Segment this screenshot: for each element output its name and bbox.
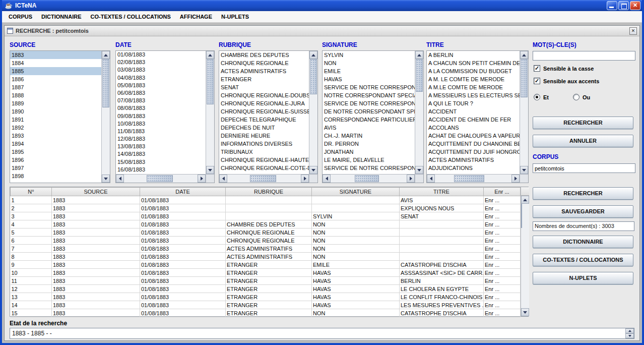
list-item[interactable]: 12/08/1883 <box>116 135 206 143</box>
date-horizontal-scrollbar[interactable] <box>116 174 206 183</box>
menu-item-dictionnaire[interactable]: DICTIONNAIRE <box>37 14 86 20</box>
list-item[interactable]: 1889 <box>10 99 101 107</box>
signature-list[interactable]: SYLVINNONEMILEHAVASSERVICE DE NOTRE CORR… <box>323 51 415 174</box>
nuplets-button[interactable]: N-UPLETS <box>533 272 633 284</box>
scroll-right-button[interactable] <box>301 175 309 183</box>
list-item[interactable]: CORRESPONDANCE PARTICULIERE D <box>323 116 415 124</box>
list-item[interactable]: CHRONIQUE REGIONALE <box>219 59 309 67</box>
keywords-cancel-button[interactable]: ANNULER <box>533 135 633 147</box>
cotextes-collocations-button[interactable]: CO-TEXTES / COLLOCATIONS <box>533 254 633 266</box>
scroll-down-button[interactable] <box>415 166 423 174</box>
list-item[interactable]: A CHACUN SON PETIT CHEMIN DE FE <box>427 59 520 67</box>
column-header[interactable]: DATE <box>140 188 226 196</box>
list-item[interactable]: A MESSIEURS LES ELECTEURS SEN <box>427 91 520 99</box>
date-vertical-scrollbar[interactable] <box>206 51 214 174</box>
scroll-track[interactable] <box>309 59 317 166</box>
scroll-track[interactable] <box>435 175 511 183</box>
list-item[interactable]: CHRONIQUE REGIONALE-HAUTE-SAO <box>219 156 309 164</box>
menu-item-cotextes[interactable]: CO-TEXTES / COLLOCATIONS <box>86 14 175 20</box>
column-header[interactable]: SOURCE <box>52 188 140 196</box>
titre-list[interactable]: A BERLINA CHACUN SON PETIT CHEMIN DE FEA… <box>427 51 520 174</box>
list-item[interactable]: CHRONIQUE REGIONALE-JURA <box>219 99 309 107</box>
column-header[interactable]: RUBRIQUE <box>226 188 312 196</box>
scroll-up-button[interactable] <box>309 51 317 59</box>
list-item[interactable]: 07/08/1883 <box>116 97 206 104</box>
scroll-up-button[interactable] <box>206 51 214 59</box>
scroll-down-button[interactable] <box>206 166 214 174</box>
list-item[interactable]: 1886 <box>10 75 101 83</box>
radio-et[interactable]: Et <box>534 94 549 100</box>
list-item[interactable]: 13/08/1883 <box>116 143 206 150</box>
column-header[interactable]: TITRE <box>400 188 484 196</box>
source-vertical-scrollbar[interactable] <box>101 51 110 183</box>
spinner-down-button[interactable] <box>625 333 634 338</box>
accents-sensitive-checkbox[interactable]: ✓ Sensible aux accents <box>534 78 599 84</box>
list-item[interactable]: A M.LE COMTE DE MERODE <box>427 83 520 91</box>
table-row[interactable]: 15188301/08/1883ETRANGERNONCATASTROPHE D… <box>11 309 521 317</box>
scroll-right-button[interactable] <box>407 175 415 183</box>
scroll-up-button[interactable] <box>521 196 529 204</box>
list-item[interactable]: DE NOTRE CORRESPONDANT SPECIA <box>323 107 415 116</box>
source-list[interactable]: 1883188418851886188718881889189018911892… <box>10 51 101 183</box>
titre-vertical-scrollbar[interactable] <box>520 51 528 174</box>
list-item[interactable]: ACTES ADMINISTRATIFS <box>219 67 309 75</box>
list-item[interactable]: A M. LE COMTE DE MERODE <box>427 75 520 83</box>
list-item[interactable]: CHRONIQUE REGIONALE-SUISSE <box>219 107 309 116</box>
scroll-left-button[interactable] <box>427 175 435 183</box>
list-item[interactable]: 1888 <box>10 91 101 99</box>
scroll-down-button[interactable] <box>520 166 528 174</box>
date-list[interactable]: 01/08/188302/08/188303/08/188304/08/1883… <box>116 51 206 174</box>
list-item[interactable]: 1884 <box>10 59 101 67</box>
list-item[interactable]: ACHAT DE CHALOUPES A VAPEUR <box>427 132 520 140</box>
frame-titlebar[interactable]: RECHERCHE : petitcomtois ✕ <box>5 26 639 36</box>
menu-item-affichage[interactable]: AFFICHAGE <box>175 14 217 20</box>
list-item[interactable]: 1896 <box>10 156 101 164</box>
list-item[interactable]: A LA COMMISSION DU BUDGET <box>427 67 520 75</box>
scroll-right-button[interactable] <box>511 175 520 183</box>
list-item[interactable]: ADJUDICATIONS <box>427 164 520 172</box>
list-item[interactable]: ETRANGER <box>219 75 309 83</box>
list-item[interactable]: DR. PERRON <box>323 140 415 148</box>
list-item[interactable]: CH.-J. MARTIN <box>323 132 415 140</box>
scroll-right-button[interactable] <box>198 175 206 183</box>
list-item[interactable]: 05/08/1883 <box>116 82 206 89</box>
scroll-up-button[interactable] <box>102 51 110 59</box>
menu-item-nuplets[interactable]: N-UPLETS <box>217 14 253 20</box>
corpus-search-button[interactable]: RECHERCHER <box>533 187 633 200</box>
scroll-thumb[interactable] <box>521 59 528 97</box>
scroll-left-button[interactable] <box>219 175 227 183</box>
list-item[interactable]: 1892 <box>10 124 101 132</box>
restore-button[interactable] <box>618 1 629 10</box>
list-item[interactable]: HAVAS <box>323 75 415 83</box>
list-item[interactable]: ACCOLANS <box>427 124 520 132</box>
table-row[interactable]: 3188301/08/1883SYLVINSENATEnr ... <box>11 212 521 220</box>
list-item[interactable]: NOTRE CORRESPONDANT SPECIAL <box>323 91 415 99</box>
list-item[interactable]: JONATHAN <box>323 148 415 156</box>
list-item[interactable]: DERNIERE HEURE <box>219 132 309 140</box>
list-item[interactable]: CHRONIQUE REGIONALE-DOUBS <box>219 91 309 99</box>
list-item[interactable]: INFORMATIONS DIVERSES <box>219 140 309 148</box>
list-item[interactable]: 1887 <box>10 83 101 91</box>
scroll-down-button[interactable] <box>102 175 110 183</box>
scroll-thumb[interactable] <box>454 175 484 182</box>
scroll-down-button[interactable] <box>521 308 529 316</box>
list-item[interactable]: 10/08/1883 <box>116 120 206 128</box>
scroll-track[interactable] <box>520 59 528 166</box>
scroll-track[interactable] <box>124 175 198 183</box>
table-row[interactable]: 5188301/08/1883CHRONIQUE REGIONALENONEnr… <box>11 228 521 237</box>
column-header[interactable]: Enr ... <box>484 188 521 196</box>
list-item[interactable]: ACQUITTEMENT DU JUIF HONGROIS <box>427 148 520 156</box>
scroll-thumb[interactable] <box>355 175 379 182</box>
list-item[interactable]: 1897 <box>10 164 101 172</box>
list-item[interactable]: SYLVIN <box>323 51 415 59</box>
scroll-left-button[interactable] <box>323 175 331 183</box>
titre-horizontal-scrollbar[interactable] <box>427 174 520 183</box>
signature-horizontal-scrollbar[interactable] <box>323 174 415 183</box>
scroll-thumb[interactable] <box>310 59 317 94</box>
list-item[interactable]: A QUI LE TOUR ? <box>427 99 520 107</box>
list-item[interactable]: 1885 <box>10 67 101 75</box>
keywords-search-button[interactable]: RECHERCHER <box>533 117 633 129</box>
minimize-button[interactable] <box>607 1 617 10</box>
column-header[interactable]: N° <box>11 188 52 196</box>
table-vertical-scrollbar[interactable] <box>521 187 529 316</box>
